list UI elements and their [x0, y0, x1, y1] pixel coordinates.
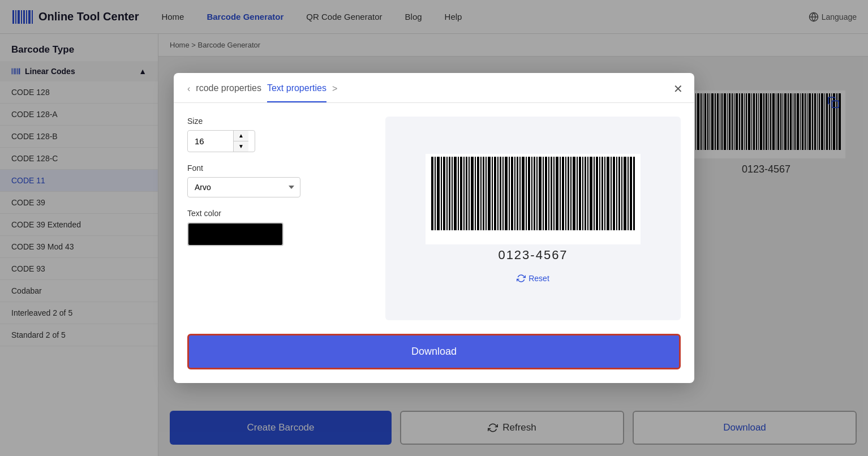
size-spinners: ▲ ▼ [233, 131, 248, 152]
svg-rect-85 [449, 157, 450, 230]
svg-rect-92 [469, 157, 470, 230]
svg-rect-150 [633, 157, 635, 230]
svg-rect-143 [613, 157, 615, 230]
size-form-group: Size ▲ ▼ [187, 117, 368, 152]
svg-rect-114 [531, 157, 532, 230]
svg-rect-139 [601, 157, 603, 230]
svg-rect-80 [435, 157, 436, 230]
svg-rect-93 [471, 157, 474, 230]
svg-rect-100 [492, 157, 493, 230]
svg-rect-91 [466, 157, 467, 230]
modal-dialog: ‹ rcode properties Text properties > ✕ S… [174, 73, 694, 383]
svg-rect-146 [621, 157, 622, 230]
svg-rect-127 [568, 157, 569, 230]
svg-rect-145 [618, 157, 620, 230]
modal-download-wrapper: Download [174, 334, 694, 383]
svg-rect-111 [522, 157, 525, 230]
svg-rect-119 [545, 157, 547, 230]
svg-rect-120 [548, 157, 549, 230]
svg-rect-82 [441, 157, 442, 230]
svg-rect-137 [596, 157, 598, 230]
svg-rect-126 [565, 157, 566, 230]
modal-barcode-preview: 0123-4567 Reset [385, 117, 681, 320]
svg-rect-129 [573, 157, 575, 230]
svg-rect-87 [454, 157, 457, 230]
svg-rect-95 [477, 157, 479, 230]
svg-rect-131 [579, 157, 581, 230]
svg-rect-107 [511, 157, 513, 230]
svg-rect-83 [443, 157, 445, 230]
tab-next-arrow[interactable]: > [332, 84, 337, 102]
reset-icon [517, 274, 526, 283]
modal-download-button[interactable]: Download [187, 334, 681, 369]
svg-rect-140 [604, 157, 605, 230]
font-label: Font [187, 164, 368, 173]
svg-rect-148 [628, 157, 629, 230]
svg-rect-142 [611, 157, 612, 230]
svg-rect-128 [570, 157, 571, 230]
svg-rect-98 [485, 157, 487, 230]
svg-rect-105 [505, 157, 508, 230]
barcode-preview-container: 0123-4567 [426, 154, 641, 263]
svg-rect-135 [590, 157, 592, 230]
barcode-preview-svg [426, 154, 641, 244]
svg-rect-103 [500, 157, 501, 230]
reset-label: Reset [528, 274, 549, 283]
svg-rect-97 [483, 157, 484, 230]
svg-rect-141 [607, 157, 609, 230]
svg-rect-110 [519, 157, 521, 230]
modal-tab-nav: ‹ rcode properties Text properties > [187, 83, 681, 102]
svg-rect-136 [594, 157, 595, 230]
text-color-form-group: Text color [187, 209, 368, 246]
svg-rect-96 [480, 157, 482, 230]
svg-rect-84 [446, 157, 448, 230]
svg-rect-102 [497, 157, 499, 230]
font-form-group: Font Arvo Arial Times New Roman Courier … [187, 164, 368, 197]
svg-rect-118 [543, 157, 544, 230]
modal-close-button[interactable]: ✕ [673, 82, 683, 96]
svg-rect-122 [553, 157, 555, 230]
svg-rect-94 [475, 157, 476, 230]
svg-rect-116 [536, 157, 538, 230]
size-label: Size [187, 117, 368, 126]
svg-rect-88 [458, 157, 459, 230]
svg-rect-101 [494, 157, 496, 230]
svg-rect-132 [582, 157, 583, 230]
svg-rect-130 [577, 157, 578, 230]
modal-overlay[interactable]: ‹ rcode properties Text properties > ✕ S… [0, 0, 868, 456]
svg-rect-81 [437, 157, 440, 230]
svg-rect-133 [585, 157, 586, 230]
tab-prev-arrow[interactable]: ‹ [187, 84, 190, 102]
svg-rect-113 [528, 157, 530, 230]
text-color-swatch[interactable] [187, 222, 283, 246]
modal-body: Size ▲ ▼ Font Arvo Arial Times New R [174, 103, 694, 334]
svg-rect-86 [452, 157, 453, 230]
barcode-value-text: 0123-4567 [498, 248, 568, 263]
svg-rect-104 [502, 157, 504, 230]
svg-rect-112 [526, 157, 527, 230]
svg-rect-106 [509, 157, 510, 230]
svg-rect-115 [534, 157, 535, 230]
reset-link[interactable]: Reset [517, 274, 549, 283]
tab-text-properties[interactable]: Text properties [267, 83, 326, 102]
svg-rect-124 [560, 157, 561, 230]
svg-rect-121 [551, 157, 552, 230]
svg-rect-138 [599, 157, 600, 230]
svg-rect-147 [624, 157, 626, 230]
size-increment-button[interactable]: ▲ [234, 131, 248, 141]
svg-rect-89 [460, 157, 462, 230]
font-select[interactable]: Arvo Arial Times New Roman Courier New G… [187, 177, 300, 197]
modal-left-panel: Size ▲ ▼ Font Arvo Arial Times New R [187, 117, 368, 320]
svg-rect-125 [562, 157, 564, 230]
size-input[interactable] [188, 132, 233, 150]
svg-rect-144 [616, 157, 617, 230]
svg-rect-108 [514, 157, 515, 230]
svg-rect-99 [488, 157, 491, 230]
svg-rect-123 [556, 157, 558, 230]
tab-barcode-properties[interactable]: rcode properties [196, 83, 261, 102]
svg-rect-79 [431, 157, 433, 230]
svg-rect-149 [630, 157, 632, 230]
modal-tabs: ‹ rcode properties Text properties > ✕ [174, 73, 694, 103]
svg-rect-109 [517, 157, 518, 230]
size-decrement-button[interactable]: ▼ [234, 141, 248, 152]
